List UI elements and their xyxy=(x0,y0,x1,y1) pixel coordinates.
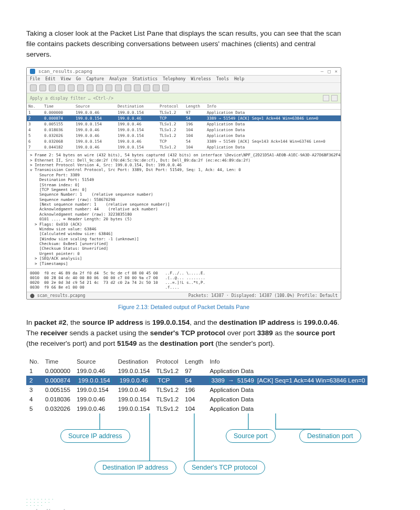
dest-port-highlight: 51549 xyxy=(236,377,256,384)
menu-item[interactable]: Analyze xyxy=(109,77,127,81)
toolbar-button[interactable] xyxy=(153,84,160,91)
logo-dots-icon: · · · · · · · ·· · · · · · ·· · · · · xyxy=(26,497,341,507)
callout-source-port: Source port xyxy=(226,429,276,443)
source-port-highlight: 3389 xyxy=(209,377,226,384)
callout-tcp: Sender's TCP protocol xyxy=(184,461,265,474)
menu-item[interactable]: Telephony xyxy=(163,77,185,81)
toolbar-button[interactable] xyxy=(49,84,56,91)
packet-table-detail: No. Time Source Destination Protocol Len… xyxy=(26,357,368,413)
packet-details-pane[interactable]: > Frame 2: 54 bytes on wire (432 bits), … xyxy=(27,150,341,268)
table-row[interactable]: 60.032068199.0.0.154199.0.0.46TCP543389 … xyxy=(27,139,341,144)
table-row[interactable]: 10.000000199.0.0.46199.0.0.154TLSv1.297A… xyxy=(27,110,341,116)
toolbar-button[interactable] xyxy=(124,84,131,91)
toolbar-button[interactable] xyxy=(68,84,75,91)
menu-item[interactable]: Tools xyxy=(216,77,229,81)
col-source[interactable]: Source xyxy=(74,103,116,110)
source-ip-highlight: 199.0.0.154 xyxy=(77,377,112,384)
table-row[interactable]: 70.044182199.0.0.46199.0.0.154TLSv1.2104… xyxy=(27,144,341,150)
col-protocol[interactable]: Protocol xyxy=(153,357,182,366)
callout-overlay: Source IP address Destination IP address… xyxy=(26,413,341,487)
toolbar-button[interactable] xyxy=(143,84,150,91)
table-row[interactable]: 20.000874199.0.0.154199.0.0.46TCP543389 … xyxy=(27,115,341,121)
maximize-icon[interactable]: □ xyxy=(328,69,330,74)
toolbar-button[interactable] xyxy=(115,84,122,91)
dest-ip-highlight: 199.0.0.46 xyxy=(118,377,150,384)
app-icon xyxy=(30,69,35,74)
menu-item[interactable]: View xyxy=(61,77,71,81)
col-source[interactable]: Source xyxy=(74,357,115,366)
status-packets: Packets: 14387 · Displayed: 14387 (100.0… xyxy=(188,293,338,298)
callout-lines xyxy=(26,413,368,487)
menu-item[interactable]: Wireless xyxy=(191,77,211,81)
intro-text: Taking a closer look at the Packet List … xyxy=(26,28,341,60)
status-filename: ⬤ scan_results.pcapng xyxy=(30,293,85,298)
menu-item[interactable]: Statistics xyxy=(132,77,158,81)
window-title: scan_results.pcapng xyxy=(38,69,92,74)
close-icon[interactable]: × xyxy=(335,69,338,74)
table-row[interactable]: 40.018036199.0.0.46199.0.0.154TLSv1.2104… xyxy=(27,127,341,133)
filter-placeholder: Apply a display filter … <Ctrl-/> xyxy=(30,96,113,101)
menu-item[interactable]: Edit xyxy=(45,77,55,81)
col-info[interactable]: Info xyxy=(205,103,341,110)
table-row[interactable]: 50.032026199.0.0.46199.0.0.154TLSv1.2104… xyxy=(26,404,368,413)
col-no[interactable]: No. xyxy=(26,357,42,366)
toolbar-button[interactable] xyxy=(58,84,65,91)
toolbar-button[interactable] xyxy=(77,84,84,91)
wireshark-screenshot: scan_results.pcapng — □ × File Edit View… xyxy=(26,67,341,300)
annotated-packet-table: No. Time Source Destination Protocol Len… xyxy=(26,357,341,487)
table-row-selected[interactable]: 2 0.000874 199.0.0.154 199.0.0.46 TCP 54… xyxy=(26,376,368,385)
table-row[interactable]: 10.000000199.0.0.46199.0.0.154TLSv1.297A… xyxy=(26,366,368,376)
filter-icon[interactable] xyxy=(331,95,338,101)
filter-icon[interactable] xyxy=(323,95,329,101)
table-row[interactable]: 50.032026199.0.0.46199.0.0.154TLSv1.2104… xyxy=(27,133,341,139)
menu-item[interactable]: File xyxy=(30,77,40,81)
packet-bytes-pane[interactable]: 0000 f0 ec 46 89 da 2f f0 d4 5c 9c de cf… xyxy=(27,268,341,292)
packet-list-table: No. Time Source Destination Protocol Len… xyxy=(27,103,341,150)
minimize-icon[interactable]: — xyxy=(321,69,323,74)
col-dest[interactable]: Destination xyxy=(116,103,158,110)
col-no[interactable]: No. xyxy=(27,103,43,110)
figure-caption: Figure 2.13: Detailed output of Packet D… xyxy=(26,304,341,310)
toolbar-button[interactable] xyxy=(30,84,37,91)
toolbar-button[interactable] xyxy=(106,84,112,91)
toolbar xyxy=(27,83,341,93)
ministry-logo: · · · · · · · ·· · · · · · ·· · · · · وز… xyxy=(26,497,341,510)
status-bar: ⬤ scan_results.pcapng Packets: 14387 · D… xyxy=(27,292,341,299)
callout-dest-ip: Destination IP address xyxy=(94,461,176,474)
arabic-title: وزارة التعليم xyxy=(26,507,341,510)
table-row[interactable]: 30.005155199.0.0.154199.0.0.46TLSv1.2196… xyxy=(27,121,341,127)
toolbar-button[interactable] xyxy=(96,84,103,91)
menubar: File Edit View Go Capture Analyze Statis… xyxy=(27,76,341,83)
col-length[interactable]: Length xyxy=(182,357,206,366)
col-info[interactable]: Info xyxy=(206,357,368,366)
description-text: In packet #2, the source IP address is 1… xyxy=(26,317,341,349)
col-time[interactable]: Time xyxy=(42,357,74,366)
col-time[interactable]: Time xyxy=(43,103,74,110)
col-length[interactable]: Length xyxy=(184,103,205,110)
menu-item[interactable]: Capture xyxy=(86,77,104,81)
col-protocol[interactable]: Protocol xyxy=(158,103,184,110)
callout-source-ip: Source IP address xyxy=(60,429,130,443)
table-row[interactable]: 30.005155199.0.0.154199.0.0.46TLSv1.2196… xyxy=(26,385,368,395)
toolbar-button[interactable] xyxy=(87,84,93,91)
toolbar-button[interactable] xyxy=(134,84,141,91)
menu-item[interactable]: Help xyxy=(234,77,244,81)
table-row[interactable]: 40.018036199.0.0.46199.0.0.154TLSv1.2104… xyxy=(26,395,368,404)
toolbar-button[interactable] xyxy=(162,84,169,91)
window-titlebar: scan_results.pcapng — □ × xyxy=(27,68,341,76)
protocol-highlight: TCP xyxy=(156,377,171,384)
display-filter-bar[interactable]: Apply a display filter … <Ctrl-/> xyxy=(27,93,341,103)
toolbar-button[interactable] xyxy=(39,84,46,91)
menu-item[interactable]: Go xyxy=(76,77,81,81)
callout-dest-port: Destination port xyxy=(299,429,361,443)
col-dest[interactable]: Destination xyxy=(115,357,153,366)
